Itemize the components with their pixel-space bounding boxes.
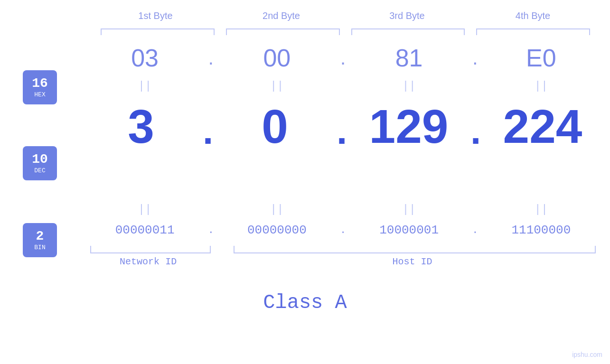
- dec-val-3: 129: [348, 103, 469, 150]
- dec-dot-2: .: [335, 100, 348, 153]
- hex-badge-label: HEX: [34, 91, 45, 98]
- bin-badge-label: BIN: [34, 244, 45, 251]
- hex-dot-2: .: [337, 47, 350, 69]
- hex-val-3: 81: [350, 44, 469, 72]
- eq-row-2: || || || ||: [85, 202, 601, 218]
- hex-row: 03 . 00 . 81 . E0: [85, 44, 601, 72]
- bin-dot-3: .: [469, 224, 482, 236]
- eq-1-4: ||: [482, 78, 601, 94]
- hex-val-1: 03: [85, 44, 204, 72]
- bin-row: 00000011 . 00000000 . 10000001 . 1110000…: [85, 223, 601, 237]
- class-label-container: Class A: [0, 291, 610, 314]
- bin-dot-1: .: [204, 224, 217, 236]
- dec-badge-label: DEC: [34, 167, 45, 174]
- col-header-4: 4th Byte: [470, 10, 596, 21]
- col-header-3: 3rd Byte: [344, 10, 470, 21]
- bin-val-1: 00000011: [85, 223, 204, 237]
- bin-val-2: 00000000: [217, 223, 336, 237]
- class-label: Class A: [263, 291, 347, 314]
- dec-badge: 10 DEC: [23, 146, 57, 180]
- eq-2-1: ||: [85, 202, 204, 218]
- hex-val-4: E0: [482, 44, 601, 72]
- col-header-1: 1st Byte: [93, 10, 218, 21]
- eq-2-3: ||: [350, 202, 469, 218]
- hex-badge: 16 HEX: [23, 70, 57, 104]
- dec-val-2: 0: [215, 103, 335, 150]
- hex-badge-num: 16: [32, 77, 48, 90]
- watermark: ipshu.com: [572, 351, 602, 358]
- bin-val-4: 11100000: [482, 223, 601, 237]
- bin-dot-2: .: [337, 224, 350, 236]
- class-bracket: [93, 276, 596, 286]
- hex-val-2: 00: [217, 44, 336, 72]
- dec-dot-1: .: [201, 100, 215, 153]
- bin-badge-num: 2: [36, 230, 44, 243]
- id-labels: Network ID Host ID: [85, 256, 601, 267]
- eq-row-1: || || || ||: [85, 78, 601, 94]
- dec-dot-3: .: [469, 100, 482, 153]
- hex-dot-1: .: [204, 47, 217, 69]
- col-header-2: 2nd Byte: [218, 10, 344, 21]
- eq-2-4: ||: [482, 202, 601, 218]
- hex-dot-3: .: [469, 47, 482, 69]
- eq-2-2: ||: [217, 202, 336, 218]
- top-brackets: [95, 28, 596, 36]
- dec-val-4: 224: [482, 103, 603, 150]
- network-id-label: Network ID: [85, 256, 211, 267]
- dec-badge-num: 10: [32, 153, 48, 166]
- eq-1-2: ||: [217, 78, 336, 94]
- bin-val-3: 10000001: [350, 223, 469, 237]
- column-headers: 1st Byte 2nd Byte 3rd Byte 4th Byte: [93, 10, 596, 21]
- split-brackets: [85, 245, 601, 253]
- eq-1-1: ||: [85, 78, 204, 94]
- dec-val-1: 3: [81, 103, 201, 150]
- dec-row: 3 . 0 . 129 . 224: [81, 100, 603, 153]
- bin-badge: 2 BIN: [23, 223, 57, 257]
- host-id-label: Host ID: [224, 256, 601, 267]
- eq-1-3: ||: [350, 78, 469, 94]
